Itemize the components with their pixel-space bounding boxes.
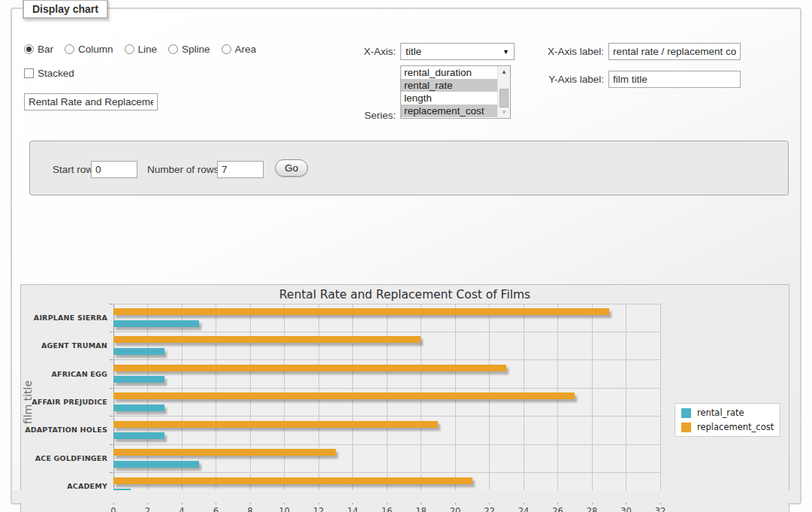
x-tick-label: 12 (303, 506, 334, 512)
series-options: rental_durationrental_ratelengthreplacem… (401, 66, 497, 117)
x-tick-label: 2 (133, 506, 163, 512)
gridline-h (113, 304, 660, 304)
radio-label-spline: Spline (182, 44, 210, 55)
y-axis-line (113, 304, 114, 501)
y-axis-tick (110, 304, 113, 304)
bottom-strip (12, 490, 800, 503)
y-axis-label-label: Y-Axis label: (536, 74, 604, 85)
y-axis-tick (110, 359, 113, 360)
x-tick-label: 14 (338, 506, 368, 512)
series-list-scrollbar[interactable]: ▲ ▼ (497, 66, 510, 118)
gridline-h (113, 388, 660, 389)
x-axis-label-label: X-Axis label: (536, 46, 604, 57)
gridline-v (182, 304, 183, 501)
scroll-up-icon[interactable]: ▲ (498, 66, 510, 77)
x-tick-label: 28 (577, 506, 607, 512)
radio-label-column: Column (78, 44, 113, 55)
x-tick-label: 32 (645, 506, 675, 512)
gridline-v (626, 304, 626, 501)
gridline-v (421, 304, 421, 501)
chart-title-input[interactable] (24, 93, 158, 111)
bar-replacement_cost (113, 477, 472, 484)
scroll-down-icon[interactable]: ▼ (498, 107, 510, 118)
go-button[interactable]: Go (275, 159, 308, 177)
chart-type-option-line[interactable]: Line (125, 44, 158, 55)
display-chart-fieldset: Display chart BarColumnLineSplineArea St… (11, 8, 801, 504)
gridline-v (592, 304, 593, 501)
series-option-rental_duration[interactable]: rental_duration (401, 66, 497, 79)
bar-rental_rate (113, 432, 165, 439)
stacked-label: Stacked (38, 68, 74, 79)
series-option-length[interactable]: length (401, 92, 497, 105)
bar-rental_rate (113, 376, 165, 383)
plot-area (113, 304, 660, 501)
bar-replacement_cost (113, 336, 421, 343)
radio-area[interactable] (222, 44, 231, 54)
gridline-h (113, 416, 660, 417)
number-of-rows-input[interactable] (217, 161, 264, 178)
category-label: AIRPLANE SIERRA (23, 314, 107, 322)
legend-swatch-replacement_cost (681, 423, 691, 432)
x-tick-label: 4 (167, 506, 197, 512)
stacked-checkbox[interactable] (24, 68, 34, 78)
y-axis-label-input[interactable] (608, 71, 741, 88)
bar-replacement_cost (113, 392, 575, 399)
legend-label-replacement_cost: replacement_cost (697, 422, 774, 432)
gridline-v (660, 304, 661, 501)
chart-type-option-column[interactable]: Column (65, 44, 113, 55)
y-axis-tick (110, 332, 113, 332)
radio-label-line: Line (138, 44, 158, 55)
bar-rental_rate (113, 348, 165, 355)
x-tick-label: 24 (509, 506, 539, 512)
gridline-v (284, 304, 285, 501)
number-of-rows-label: Number of rows: (147, 164, 222, 175)
x-tick-label: 22 (475, 506, 505, 512)
chart-type-option-area[interactable]: Area (222, 44, 257, 55)
series-listbox[interactable]: rental_durationrental_ratelengthreplacem… (400, 65, 511, 119)
radio-bar[interactable] (24, 44, 34, 54)
x-tick-label: 0 (98, 506, 128, 512)
x-tick-label: 18 (406, 506, 436, 512)
legend-item-rental_rate: rental_rate (681, 407, 774, 418)
y-axis-tick (110, 444, 113, 445)
gridline-v (557, 304, 558, 501)
start-row-label: Start row: (53, 164, 96, 175)
legend-swatch-rental_rate (681, 408, 691, 418)
chart-type-option-spline[interactable]: Spline (168, 44, 210, 55)
gridline-v (524, 304, 524, 501)
radio-line[interactable] (125, 44, 134, 54)
series-list-label: Series: (328, 110, 396, 121)
radio-column[interactable] (65, 44, 74, 54)
series-option-rental_rate[interactable]: rental_rate (401, 79, 497, 92)
gridline-v (250, 304, 251, 501)
x-axis-label-input[interactable] (608, 43, 741, 60)
chart-type-radios: BarColumnLineSplineArea (24, 44, 256, 55)
chart-type-option-bar[interactable]: Bar (24, 44, 53, 55)
legend-item-replacement_cost: replacement_cost (681, 422, 774, 432)
category-label: ACE GOLDFINGER (23, 454, 107, 462)
x-tick-label: 6 (201, 506, 231, 512)
start-row-input[interactable] (91, 161, 137, 178)
gridline-h (113, 332, 660, 332)
bar-rental_rate (113, 461, 199, 468)
x-tick-label: 10 (270, 506, 300, 512)
chart-legend: rental_ratereplacement_cost (675, 403, 780, 437)
x-tick-label: 20 (440, 506, 470, 512)
gridline-h (113, 359, 660, 360)
chart-container: Rental Rate and Replacement Cost of Film… (20, 284, 789, 512)
category-label: AFRICAN EGG (23, 370, 107, 378)
legend-label-rental_rate: rental_rate (697, 407, 744, 418)
select-dropdown-icon: ▼ (503, 48, 509, 56)
x-axis-select[interactable]: title ▼ (400, 43, 515, 60)
scrollbar-thumb[interactable] (500, 89, 509, 108)
series-option-replacement_cost[interactable]: replacement_cost (401, 105, 497, 117)
bar-replacement_cost (113, 308, 609, 315)
category-label: AFFAIR PREJUDICE (23, 398, 107, 406)
radio-label-bar: Bar (38, 44, 53, 55)
radio-spline[interactable] (168, 44, 178, 54)
radio-label-area: Area (235, 44, 257, 55)
bar-replacement_cost (113, 365, 506, 371)
gridline-h (113, 472, 660, 473)
x-axis-selected-value: title (406, 46, 421, 57)
y-axis-tick (110, 416, 113, 417)
